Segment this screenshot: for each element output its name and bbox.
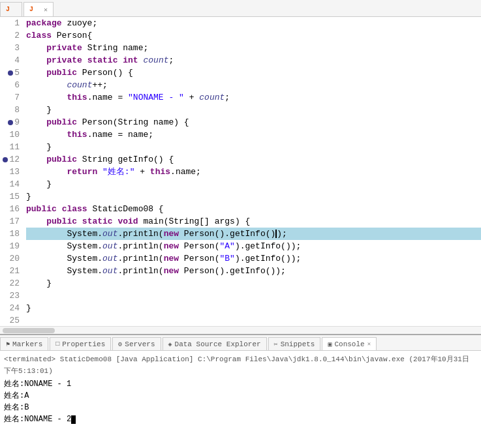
breakpoint-indicator[interactable]	[3, 157, 8, 162]
console-output-line: 姓名:A	[4, 390, 477, 402]
console-output-line: 姓名:NONAME - 1	[4, 378, 477, 390]
line-number-19: 19	[0, 240, 20, 252]
horizontal-scrollbar[interactable]	[0, 326, 481, 334]
line-number-18: 18	[0, 228, 20, 240]
panel-tab-properties[interactable]: □Properties	[50, 337, 111, 350]
editor-area: 1234567891011121314151617181920212223242…	[0, 17, 481, 334]
line-number-21: 21	[0, 265, 20, 277]
servers-icon: ⚙	[118, 340, 122, 348]
tab-single-demo[interactable]: J	[0, 2, 22, 16]
code-line-25	[26, 314, 481, 326]
line-number-13: 13	[0, 166, 20, 178]
line-number-16: 16	[0, 203, 20, 215]
code-line-5: public Person() {	[26, 67, 481, 79]
panel-tab-label: Servers	[125, 340, 155, 348]
console-icon: ▣	[328, 340, 332, 348]
panel-tab-label: Console	[334, 340, 364, 348]
panel-tab-markers[interactable]: ⚑Markers	[0, 337, 48, 350]
line-number-14: 14	[0, 178, 20, 190]
bottom-panel: ⚑Markers□Properties⚙Servers◈Data Source …	[0, 334, 481, 448]
panel-tab-label: Markers	[12, 340, 42, 348]
console-cursor	[71, 415, 76, 424]
code-line-24: }	[26, 302, 481, 314]
breakpoint-indicator[interactable]	[8, 70, 13, 76]
code-line-21: System.out.println(new Person().getInfo(…	[26, 265, 481, 277]
code-line-12: public String getInfo() {	[26, 153, 481, 166]
code-line-6: count++;	[26, 79, 481, 91]
properties-icon: □	[55, 340, 59, 348]
markers-icon: ⚑	[6, 340, 10, 348]
console-header: <terminated> StaticDemo08 [Java Applicat…	[4, 353, 477, 377]
code-line-22: }	[26, 277, 481, 290]
code-line-14: }	[26, 178, 481, 190]
code-line-7: this.name = "NONAME - " + count;	[26, 91, 481, 104]
line-number-17: 17	[0, 215, 20, 228]
console-lines: 姓名:NONAME - 1姓名:A姓名:B姓名:NONAME - 2	[4, 378, 477, 425]
code-line-20: System.out.println(new Person("B").getIn…	[26, 252, 481, 265]
console-output-area: <terminated> StaticDemo08 [Java Applicat…	[0, 351, 481, 448]
code-line-18: System.out.println(new Person().getInfo(…	[26, 228, 481, 240]
breakpoint-indicator[interactable]	[8, 120, 13, 125]
java-file-icon: J	[6, 6, 14, 14]
code-line-16: public class StaticDemo08 {	[26, 203, 481, 215]
line-number-10: 10	[0, 128, 20, 141]
editor-scroll-area[interactable]: 1234567891011121314151617181920212223242…	[0, 17, 481, 326]
code-line-8: }	[26, 104, 481, 116]
tab-static-demo[interactable]: J ✕	[23, 2, 54, 16]
data-source-explorer-icon: ◈	[168, 340, 172, 348]
line-number-24: 24	[0, 302, 20, 314]
line-number-25: 25	[0, 314, 20, 326]
code-line-11: }	[26, 141, 481, 153]
code-line-1: package zuoye;	[26, 17, 481, 29]
line-number-12: 12	[0, 153, 20, 166]
panel-tab-bar: ⚑Markers□Properties⚙Servers◈Data Source …	[0, 335, 481, 351]
panel-tab-close-button[interactable]: ✕	[367, 340, 371, 348]
panel-tab-servers[interactable]: ⚙Servers	[112, 337, 161, 350]
console-output-line: 姓名:B	[4, 402, 477, 413]
line-number-9: 9	[0, 116, 20, 128]
line-number-22: 22	[0, 277, 20, 290]
line-number-15: 15	[0, 190, 20, 203]
panel-tab-label: Properties	[62, 340, 105, 348]
line-number-gutter: 1234567891011121314151617181920212223242…	[0, 17, 23, 326]
code-line-9: public Person(String name) {	[26, 116, 481, 128]
line-number-1: 1	[0, 17, 20, 29]
java-file-icon-2: J	[29, 6, 37, 14]
editor-tab-bar: J J ✕	[0, 0, 481, 17]
line-number-20: 20	[0, 252, 20, 265]
code-line-13: return "姓名:" + this.name;	[26, 166, 481, 178]
line-number-4: 4	[0, 54, 20, 67]
line-number-3: 3	[0, 42, 20, 54]
code-line-3: private String name;	[26, 42, 481, 54]
panel-tab-snippets[interactable]: ✂Snippets	[268, 337, 321, 350]
code-line-4: private static int count;	[26, 54, 481, 67]
code-line-23	[26, 290, 481, 302]
code-line-17: public static void main(String[] args) {	[26, 215, 481, 228]
code-editor[interactable]: package zuoye;class Person{ private Stri…	[23, 17, 481, 326]
code-line-2: class Person{	[26, 29, 481, 42]
code-line-10: this.name = name;	[26, 128, 481, 141]
code-line-15: }	[26, 190, 481, 203]
snippets-icon: ✂	[274, 340, 278, 348]
panel-tab-label: Data Source Explorer	[175, 340, 261, 348]
line-number-5: 5	[0, 67, 20, 79]
console-output-line: 姓名:NONAME - 2	[4, 413, 477, 425]
line-number-11: 11	[0, 141, 20, 153]
line-number-2: 2	[0, 29, 20, 42]
code-line-19: System.out.println(new Person("A").getIn…	[26, 240, 481, 252]
panel-tab-label: Snippets	[281, 340, 315, 348]
tab-close-button[interactable]: ✕	[44, 6, 48, 14]
line-number-23: 23	[0, 290, 20, 302]
line-number-8: 8	[0, 104, 20, 116]
panel-tab-console[interactable]: ▣Console✕	[322, 337, 377, 350]
scrollbar-thumb[interactable]	[3, 328, 55, 333]
panel-tab-data-source-explorer[interactable]: ◈Data Source Explorer	[163, 337, 267, 350]
line-number-6: 6	[0, 79, 20, 91]
line-number-7: 7	[0, 91, 20, 104]
